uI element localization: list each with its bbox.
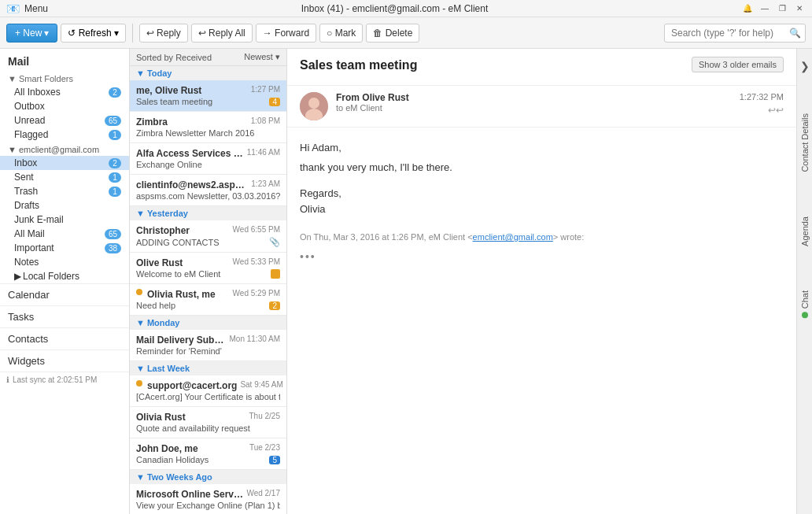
sidebar-item-local-folders[interactable]: ▶ Local Folders [0, 269, 129, 283]
email-body: Hi Adam, thank you very much, I'll be th… [287, 128, 796, 278]
sidebar-item-unread[interactable]: Unread 65 [0, 113, 129, 128]
sidebar-item-drafts[interactable]: Drafts [0, 198, 129, 213]
local-folders-label: Local Folders [23, 271, 121, 282]
order-label[interactable]: Newest ▾ [244, 52, 280, 62]
email-list-header: Sorted by Received Newest ▾ [130, 49, 286, 66]
last-week-collapse: ▼ [136, 364, 145, 373]
unread-label: Unread [14, 115, 105, 126]
reply-all-button[interactable]: ↩ Reply All [191, 24, 253, 43]
email-time: 1:27 PM [251, 85, 280, 94]
new-button[interactable]: + New ▾ [6, 24, 57, 43]
sent-badge: 1 [109, 172, 121, 183]
minimize-button[interactable]: — [758, 2, 771, 15]
search-wrap: 🔍 [664, 24, 806, 43]
body-line1: Hi Adam, [300, 140, 784, 157]
refresh-button[interactable]: ↺ Refresh ▾ [61, 24, 125, 43]
email-item[interactable]: John Doe, me Tue 2/23 Canadian Holidays … [130, 438, 286, 470]
email-sender: Olivia Rust [136, 412, 246, 423]
email-badge [271, 269, 280, 279]
all-mail-label: All Mail [14, 228, 105, 239]
email-item[interactable]: Olive Rust Wed 5:33 PM Welcome to eM Cli… [130, 253, 286, 284]
email-item[interactable]: clientinfo@news2.aspsms.com 1:23 AM asps… [130, 175, 286, 206]
taskbar-icon: 🔔 [741, 2, 754, 15]
email-subject: [CAcert.org] Your Certificate is about t… [136, 392, 280, 401]
contact-details-tab[interactable]: Contact Details [799, 107, 811, 179]
email-sender: Olivia Rust, me [147, 289, 216, 300]
delete-button[interactable]: 🗑 Delete [366, 24, 419, 43]
sidebar-account[interactable]: ▼ emclient@gmail.com [0, 142, 129, 156]
to-name: eM Client [345, 103, 382, 113]
chat-tab[interactable]: Chat [799, 284, 811, 324]
email-list: Sorted by Received Newest ▾ ▼ Today me, … [130, 49, 287, 514]
sidebar-nav-calendar[interactable]: Calendar [0, 283, 129, 305]
refresh-arrow: ▾ [114, 28, 119, 39]
reply-button[interactable]: ↩ Reply [139, 24, 188, 43]
email-item[interactable]: support@cacert.org Sat 9:45 AM [CAcert.o… [130, 375, 286, 407]
email-meta-info: From Olive Rust to eM Client [336, 92, 732, 113]
email-list-body: ▼ Today me, Olive Rust 1:27 PM Sales tea… [130, 66, 286, 514]
email-ellipsis: ••• [300, 248, 784, 265]
email-time: 1:08 PM [251, 116, 280, 125]
forward-button[interactable]: → Forward [256, 24, 316, 43]
app-icon: 📧 [6, 2, 20, 15]
yesterday-label: Yesterday [147, 209, 188, 218]
sidebar-item-important[interactable]: Important 38 [0, 241, 129, 255]
menu-label[interactable]: Menu [24, 3, 48, 14]
reply-indicator: ↩↩ [768, 105, 784, 116]
search-input[interactable] [664, 24, 806, 43]
email-item[interactable]: Christopher Wed 6:55 PM ADDING CONTACTS … [130, 220, 286, 253]
email-item[interactable]: Mail Delivery Subsystem Mon 11:30 AM Rem… [130, 330, 286, 361]
agenda-tab[interactable]: Agenda [799, 210, 811, 253]
quote-text: On Thu, Mar 3, 2016 at 1:26 PM, eM Clien… [300, 232, 473, 242]
sidebar-footer: ℹ Last sync at 2:02:51 PM [0, 372, 129, 387]
sidebar-item-outbox[interactable]: Outbox [0, 99, 129, 113]
body-line2: thank you very much, I'll be there. [300, 160, 784, 176]
to-prefix: to [336, 103, 343, 113]
sidebar-item-sent[interactable]: Sent 1 [0, 170, 129, 184]
refresh-label: ↺ Refresh [68, 28, 111, 39]
panel-collapse-button[interactable]: ❯ [797, 57, 813, 76]
quote-email-link[interactable]: emclient@gmail.com [473, 232, 553, 242]
sidebar-header: Mail [0, 49, 129, 71]
inbox-badge: 2 [109, 158, 121, 168]
two-weeks-collapse: ▼ [136, 472, 145, 482]
sidebar-item-notes[interactable]: Notes [0, 255, 129, 269]
email-item[interactable]: Zimbra 1:08 PM Zimbra Newsletter March 2… [130, 112, 286, 143]
sidebar-item-all-inboxes[interactable]: All Inboxes 2 [0, 85, 129, 99]
date-group-last-week: ▼ Last Week [130, 361, 286, 375]
outbox-label: Outbox [14, 101, 121, 112]
sidebar-item-trash[interactable]: Trash 1 [0, 184, 129, 198]
email-item[interactable]: Olivia Rust, me Wed 5:29 PM Need help 2 [130, 284, 286, 316]
email-item[interactable]: Alfa Access Services Ltd 11:46 AM Exchan… [130, 143, 286, 175]
email-subject: Canadian Holidays 5 [136, 455, 280, 464]
email-item[interactable]: me, Olive Rust 1:27 PM Sales team meetin… [130, 80, 286, 112]
sidebar-item-junk[interactable]: Junk E-mail [0, 213, 129, 227]
sidebar-item-inbox[interactable]: Inbox 2 [0, 156, 129, 170]
notes-label: Notes [14, 257, 121, 268]
search-icon[interactable]: 🔍 [789, 28, 801, 39]
email-item[interactable]: Microsoft Online Services Te... Wed 2/17… [130, 484, 286, 514]
body-line4: Olivia [300, 202, 784, 218]
close-button[interactable]: ✕ [793, 2, 806, 15]
show-older-button[interactable]: Show 3 older emails [692, 57, 784, 72]
from-name: Olive Rust [362, 92, 408, 103]
sidebar-nav-tasks[interactable]: Tasks [0, 305, 129, 327]
mark-button[interactable]: ○ Mark [319, 24, 363, 43]
toolbar-separator [132, 24, 133, 43]
date-group-monday: ▼ Monday [130, 316, 286, 330]
sidebar-item-flagged[interactable]: Flagged 1 [0, 128, 129, 142]
monday-label: Monday [147, 318, 180, 327]
smart-folders-group[interactable]: ▼ Smart Folders [0, 71, 129, 85]
email-quote: On Thu, Mar 3, 2016 at 1:26 PM, eM Clien… [300, 231, 784, 245]
email-sender: clientinfo@news2.aspsms.com [136, 179, 248, 190]
email-item[interactable]: Olivia Rust Thu 2/25 Quote and availabil… [130, 407, 286, 438]
sidebar-nav-contacts[interactable]: Contacts [0, 327, 129, 349]
account-arrow: ▼ [8, 145, 17, 154]
unread-indicator [136, 289, 142, 295]
restore-button[interactable]: ❐ [776, 2, 788, 15]
sidebar-item-all-mail[interactable]: All Mail 65 [0, 227, 129, 241]
sidebar-nav-widgets[interactable]: Widgets [0, 349, 129, 372]
email-badge: 4 [269, 98, 280, 106]
sync-label: Last sync at 2:02:51 PM [13, 375, 97, 384]
last-week-label: Last Week [147, 364, 190, 373]
